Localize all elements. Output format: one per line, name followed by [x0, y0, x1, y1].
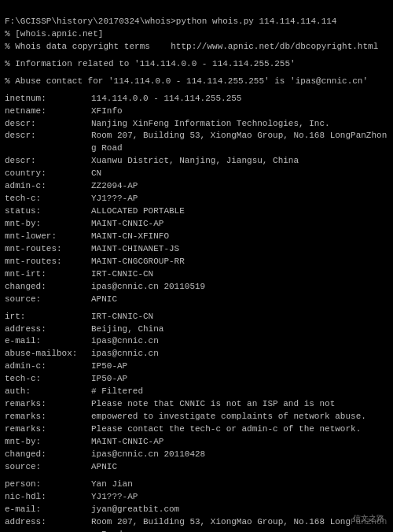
field-label: mnt-irt:	[5, 268, 91, 281]
field-value: empowered to investigate complaints of n…	[91, 411, 388, 423]
field-line: source:APNIC	[5, 294, 388, 306]
field-label: mnt-routes:	[5, 243, 91, 256]
field-line: descr:Room 207, Building 53, XiongMao Gr…	[5, 130, 388, 155]
field-line: remarks:Please note that CNNIC is not an…	[5, 398, 388, 411]
field-value: Room 207, Building 53, XiongMao Group, N…	[91, 516, 388, 532]
field-value: Please contact the tech-c or admin-c of …	[91, 423, 388, 436]
field-label: auth:	[5, 386, 91, 398]
field-line: abuse-mailbox:ipas@cnnic.cn	[5, 348, 388, 360]
field-line: person:Yan Jian	[5, 478, 388, 491]
field-label: irt:	[5, 311, 91, 323]
header-line: F:\GCISSP\history\20170324\whois>python …	[5, 16, 388, 28]
field-value: Yan Jian	[91, 478, 388, 491]
field-label: changed:	[5, 449, 91, 461]
field-line: country:CN	[5, 168, 388, 180]
field-label: source:	[5, 461, 91, 474]
field-line: mnt-lower:MAINT-CN-XFINFO	[5, 231, 388, 243]
field-line: admin-c:IP50-AP	[5, 360, 388, 373]
field-label: mnt-by:	[5, 436, 91, 449]
field-value: MAINT-CNNIC-AP	[91, 218, 388, 231]
field-line: changed:ipas@cnnic.cn 20110519	[5, 281, 388, 294]
terminal-output: F:\GCISSP\history\20170324\whois>python …	[5, 3, 388, 532]
field-value: Beijing, China	[91, 323, 388, 336]
field-value: Nanjing XinFeng Information Technologies…	[91, 118, 388, 131]
field-value: ipas@cnnic.cn	[91, 348, 388, 360]
field-line: irt:IRT-CNNIC-CN	[5, 311, 388, 323]
field-value: Xuanwu District, Nanjing, Jiangsu, China	[91, 155, 388, 168]
field-line: auth:# Filtered	[5, 386, 388, 398]
field-line: source:APNIC	[5, 461, 388, 474]
field-value: IRT-CNNIC-CN	[91, 268, 388, 281]
field-label: tech-c:	[5, 193, 91, 205]
field-value: 114.114.0.0 - 114.114.255.255	[91, 93, 388, 105]
field-label: admin-c:	[5, 360, 91, 373]
field-label: abuse-mailbox:	[5, 348, 91, 360]
field-value: CN	[91, 168, 388, 180]
field-value: Room 207, Building 53, XiongMao Group, N…	[91, 130, 388, 155]
header-line: % Information related to '114.114.0.0 - …	[5, 58, 388, 71]
field-label: e-mail:	[5, 504, 91, 516]
field-line: mnt-routes:MAINT-CNGCGROUP-RR	[5, 256, 388, 268]
field-label: descr:	[5, 155, 91, 168]
field-value: ipas@cnnic.cn 20110519	[91, 281, 388, 294]
field-label: person:	[5, 478, 91, 491]
field-value: IP50-AP	[91, 360, 388, 373]
field-label: descr:	[5, 130, 91, 155]
field-label: country:	[5, 168, 91, 180]
field-label: netname:	[5, 105, 91, 118]
field-value: ipas@cnnic.cn	[91, 335, 388, 348]
field-line: e-mail:jyan@greatbit.com	[5, 504, 388, 516]
field-label: mnt-by:	[5, 218, 91, 231]
field-value: MAINT-CN-XFINFO	[91, 231, 388, 243]
field-line: mnt-by:MAINT-CNNIC-AP	[5, 436, 388, 449]
field-line: tech-c:IP50-AP	[5, 373, 388, 386]
field-label: remarks:	[5, 423, 91, 436]
field-label: nic-hdl:	[5, 491, 91, 504]
field-label: tech-c:	[5, 373, 91, 386]
header-line: % Abuse contact for '114.114.0.0 - 114.1…	[5, 76, 388, 88]
field-line: netname:XFInfo	[5, 105, 388, 118]
field-line: address:Room 207, Building 53, XiongMao …	[5, 516, 388, 532]
field-value: MAINT-CHINANET-JS	[91, 243, 388, 256]
field-label: address:	[5, 323, 91, 336]
field-line: address:Beijing, China	[5, 323, 388, 336]
field-line: inetnum:114.114.0.0 - 114.114.255.255	[5, 93, 388, 105]
field-label: admin-c:	[5, 180, 91, 193]
field-value: jyan@greatbit.com	[91, 504, 388, 516]
field-label: mnt-lower:	[5, 231, 91, 243]
header-line: % [whois.apnic.net]	[5, 28, 388, 41]
field-line: descr:Nanjing XinFeng Information Techno…	[5, 118, 388, 131]
field-line: descr:Xuanwu District, Nanjing, Jiangsu,…	[5, 155, 388, 168]
field-label: e-mail:	[5, 335, 91, 348]
field-line: nic-hdl:YJ1???-AP	[5, 491, 388, 504]
field-label: remarks:	[5, 411, 91, 423]
field-label: address:	[5, 516, 91, 532]
field-line: changed:ipas@cnnic.cn 20110428	[5, 449, 388, 461]
field-value: ipas@cnnic.cn 20110428	[91, 449, 388, 461]
field-value: MAINT-CNNIC-AP	[91, 436, 388, 449]
field-value: APNIC	[91, 294, 388, 306]
field-label: inetnum:	[5, 93, 91, 105]
field-label: changed:	[5, 281, 91, 294]
field-value: YJ1???-AP	[91, 193, 388, 205]
field-value: IRT-CNNIC-CN	[91, 311, 388, 323]
field-label: descr:	[5, 118, 91, 131]
field-line: e-mail:ipas@cnnic.cn	[5, 335, 388, 348]
field-value: Please note that CNNIC is not an ISP and…	[91, 398, 388, 411]
field-label: source:	[5, 294, 91, 306]
field-line: admin-c:ZZ2094-AP	[5, 180, 388, 193]
field-line: remarks:empowered to investigate complai…	[5, 411, 388, 423]
field-line: mnt-routes:MAINT-CHINANET-JS	[5, 243, 388, 256]
field-value: MAINT-CNGCGROUP-RR	[91, 256, 388, 268]
field-value: APNIC	[91, 461, 388, 474]
field-value: ALLOCATED PORTABLE	[91, 205, 388, 218]
field-label: remarks:	[5, 398, 91, 411]
field-value: IP50-AP	[91, 373, 388, 386]
field-line: tech-c:YJ1???-AP	[5, 193, 388, 205]
field-value: ZZ2094-AP	[91, 180, 388, 193]
header-line: % Whois data copyright terms http://www.…	[5, 41, 388, 54]
field-label: status:	[5, 205, 91, 218]
field-value: YJ1???-AP	[91, 491, 388, 504]
field-line: mnt-irt:IRT-CNNIC-CN	[5, 268, 388, 281]
field-line: mnt-by:MAINT-CNNIC-AP	[5, 218, 388, 231]
